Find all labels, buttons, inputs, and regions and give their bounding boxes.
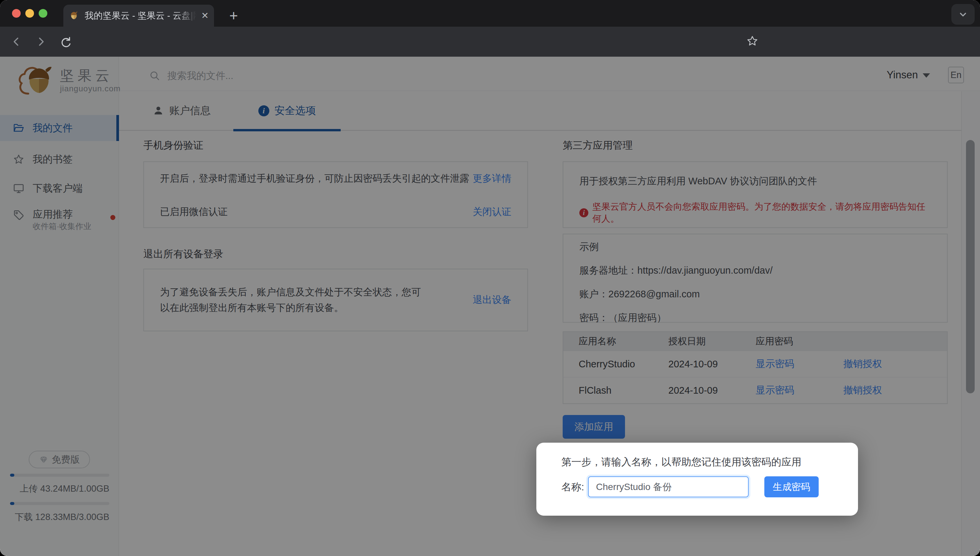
bookmark-star-icon[interactable] <box>746 35 759 47</box>
window-close-button[interactable] <box>12 9 21 18</box>
window-zoom-button[interactable] <box>39 9 47 18</box>
favicon-acorn-icon <box>69 10 80 21</box>
generate-password-dialog: 第一步，请输入名称，以帮助您记住使用该密码的应用 名称: 生成密码 <box>536 443 858 516</box>
browser-tab[interactable]: 我的坚果云 - 坚果云 - 云盘|网盘 ✕ <box>63 5 214 27</box>
window-minimize-button[interactable] <box>25 9 34 18</box>
browser-toolbar: jianguoyun.com/#/safety N 文 A ⋮ <box>0 27 980 57</box>
new-tab-icon[interactable]: + <box>229 7 238 24</box>
reload-icon[interactable] <box>59 36 72 48</box>
generate-password-button[interactable]: 生成密码 <box>764 476 819 497</box>
page-content: 坚果云 jianguoyun.com 我的文件 我的书签 下载客户端 应用推荐 … <box>0 57 980 556</box>
forward-icon[interactable] <box>35 36 47 48</box>
browser-tabstrip: 我的坚果云 - 坚果云 - 云盘|网盘 ✕ + <box>0 0 980 27</box>
tab-title: 我的坚果云 - 坚果云 - 云盘|网盘 <box>85 10 196 22</box>
dialog-step-text: 第一步，请输入名称，以帮助您记住使用该密码的应用 <box>561 455 801 469</box>
tab-close-icon[interactable]: ✕ <box>201 11 209 20</box>
browser-window: 我的坚果云 - 坚果云 - 云盘|网盘 ✕ + jianguoyun.com/#… <box>0 0 980 556</box>
chevron-down-icon <box>957 8 969 20</box>
screen: 我的坚果云 - 坚果云 - 云盘|网盘 ✕ + jianguoyun.com/#… <box>0 0 980 556</box>
back-icon[interactable] <box>10 36 23 48</box>
app-name-input[interactable] <box>588 476 749 497</box>
name-label: 名称: <box>561 476 584 497</box>
tab-overview-button[interactable] <box>951 4 975 25</box>
